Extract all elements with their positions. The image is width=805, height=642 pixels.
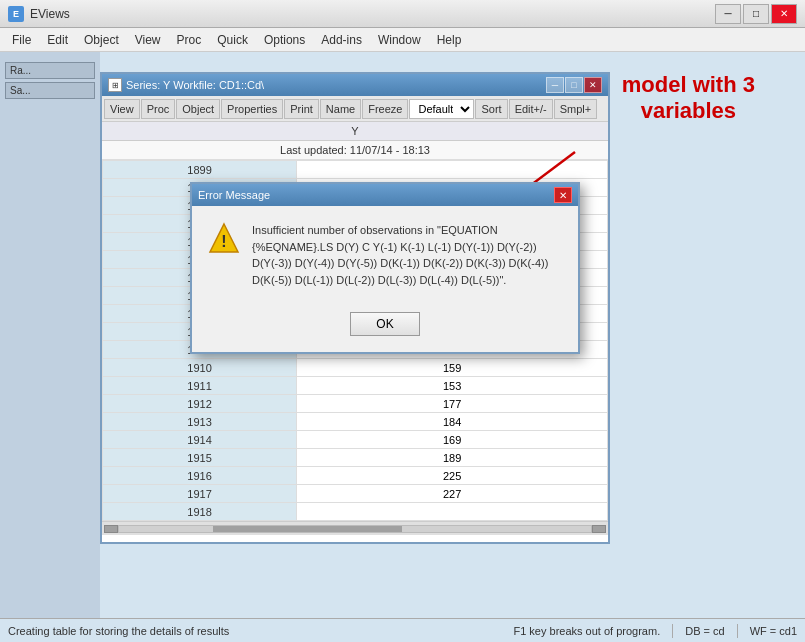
table-row: 1910159: [103, 359, 608, 377]
status-wf-text: WF = cd1: [750, 625, 797, 637]
row-year: 1910: [103, 359, 297, 377]
row-year: 1916: [103, 467, 297, 485]
maximize-button[interactable]: □: [743, 4, 769, 24]
error-dialog-title: Error Message: [198, 189, 554, 201]
error-dialog: Error Message ✕ ! Insufficient number of…: [190, 182, 580, 354]
svg-text:!: !: [221, 233, 226, 250]
toolbar-edit[interactable]: Edit+/-: [509, 99, 553, 119]
status-left-text: Creating table for storing the details o…: [8, 625, 513, 637]
menu-window[interactable]: Window: [370, 31, 429, 49]
row-year: 1913: [103, 413, 297, 431]
sidebar-item-ra[interactable]: Ra...: [5, 62, 95, 79]
toolbar-object[interactable]: Object: [176, 99, 220, 119]
warning-icon: !: [208, 222, 240, 254]
table-row: 1918: [103, 503, 608, 521]
series-close-button[interactable]: ✕: [584, 77, 602, 93]
sidebar-item-sa[interactable]: Sa...: [5, 82, 95, 99]
row-year: 1911: [103, 377, 297, 395]
series-title: Series: Y Workfile: CD1::Cd\: [126, 79, 546, 91]
series-title-controls: ─ □ ✕: [546, 77, 602, 93]
series-icon: ⊞: [108, 78, 122, 92]
error-close-button[interactable]: ✕: [554, 187, 572, 203]
row-year: 1918: [103, 503, 297, 521]
menu-addins[interactable]: Add-ins: [313, 31, 370, 49]
minimize-button[interactable]: ─: [715, 4, 741, 24]
row-year: 1912: [103, 395, 297, 413]
status-divider-1: [672, 624, 673, 638]
horizontal-scrollbar[interactable]: [102, 521, 608, 535]
menu-edit[interactable]: Edit: [39, 31, 76, 49]
menu-quick[interactable]: Quick: [209, 31, 256, 49]
table-row: 1911153: [103, 377, 608, 395]
status-f1-text: F1 key breaks out of program.: [513, 625, 660, 637]
row-year: 1917: [103, 485, 297, 503]
title-bar: E EViews ─ □ ✕: [0, 0, 805, 28]
toolbar-name[interactable]: Name: [320, 99, 361, 119]
series-maximize-button[interactable]: □: [565, 77, 583, 93]
row-value: 189: [297, 449, 608, 467]
menu-help[interactable]: Help: [429, 31, 470, 49]
ok-button[interactable]: OK: [350, 312, 420, 336]
menu-view[interactable]: View: [127, 31, 169, 49]
series-toolbar: View Proc Object Properties Print Name F…: [102, 96, 608, 122]
toolbar-properties[interactable]: Properties: [221, 99, 283, 119]
app-icon: E: [8, 6, 24, 22]
toolbar-smpl[interactable]: Smpl+: [554, 99, 598, 119]
table-row: 1916225: [103, 467, 608, 485]
menu-options[interactable]: Options: [256, 31, 313, 49]
toolbar-freeze[interactable]: Freeze: [362, 99, 408, 119]
error-message-text: Insufficient number of observations in "…: [252, 222, 562, 288]
table-row: 1915189: [103, 449, 608, 467]
row-value: 169: [297, 431, 608, 449]
toolbar-proc[interactable]: Proc: [141, 99, 176, 119]
annotation-text: model with 3 variables: [622, 72, 755, 125]
app-title: EViews: [30, 7, 715, 21]
row-value: 159: [297, 359, 608, 377]
row-value: 225: [297, 467, 608, 485]
table-row: 1913184: [103, 413, 608, 431]
toolbar-sort[interactable]: Sort: [475, 99, 507, 119]
series-title-bar: ⊞ Series: Y Workfile: CD1::Cd\ ─ □ ✕: [102, 74, 608, 96]
scrollbar-thumb[interactable]: [213, 526, 402, 532]
left-sidebar: Ra... Sa...: [0, 52, 100, 618]
title-controls: ─ □ ✕: [715, 4, 797, 24]
status-db-text: DB = cd: [685, 625, 724, 637]
menu-file[interactable]: File: [4, 31, 39, 49]
status-bar: Creating table for storing the details o…: [0, 618, 805, 642]
toolbar-view[interactable]: View: [104, 99, 140, 119]
table-row: 1917227: [103, 485, 608, 503]
menu-object[interactable]: Object: [76, 31, 127, 49]
status-right: F1 key breaks out of program. DB = cd WF…: [513, 624, 797, 638]
menu-proc[interactable]: Proc: [169, 31, 210, 49]
menu-bar: File Edit Object View Proc Quick Options…: [0, 28, 805, 52]
row-year: 1899: [103, 161, 297, 179]
row-year: 1914: [103, 431, 297, 449]
toolbar-print[interactable]: Print: [284, 99, 319, 119]
row-value: 227: [297, 485, 608, 503]
close-button[interactable]: ✕: [771, 4, 797, 24]
row-value: 184: [297, 413, 608, 431]
status-divider-2: [737, 624, 738, 638]
row-value: 153: [297, 377, 608, 395]
error-title-bar: Error Message ✕: [192, 184, 578, 206]
scrollbar-track[interactable]: [118, 525, 592, 533]
row-value: 177: [297, 395, 608, 413]
error-footer: OK: [192, 304, 578, 352]
table-row: 1912177: [103, 395, 608, 413]
table-row: 1914169: [103, 431, 608, 449]
main-area: model with 3 variables Ra... Sa... ⊞ Ser…: [0, 52, 805, 618]
row-year: 1915: [103, 449, 297, 467]
toolbar-default-dropdown[interactable]: Default: [409, 99, 474, 119]
series-column-header: Y: [102, 122, 608, 141]
row-value: [297, 503, 608, 521]
error-body: ! Insufficient number of observations in…: [192, 206, 578, 304]
series-minimize-button[interactable]: ─: [546, 77, 564, 93]
